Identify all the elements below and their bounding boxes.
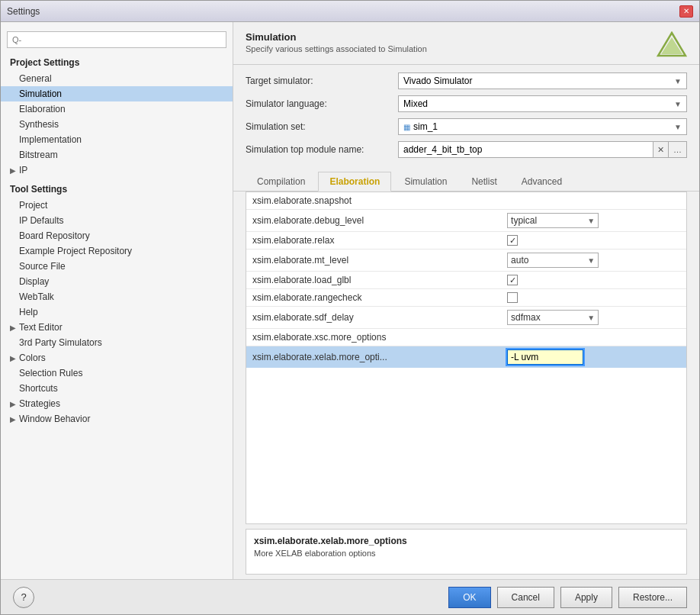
rangecheck-checkbox-cell: [507, 292, 680, 303]
table-row[interactable]: xsim.elaborate.xsc.more_options: [246, 329, 686, 346]
search-input[interactable]: [7, 31, 226, 48]
simulation-set-row: Simulation set: ▦ sim_1 ▼: [246, 118, 687, 135]
properties-table: xsim.elaborate.snapshot xsim.elaborate.d…: [246, 192, 686, 368]
rangecheck-checkbox[interactable]: [507, 292, 518, 303]
target-simulator-value: Vivado Simulator: [403, 76, 473, 86]
tab-elaboration[interactable]: Elaboration: [318, 172, 391, 192]
title-bar: Settings ✕: [1, 1, 699, 22]
sdf-delay-value: sdfmax: [511, 312, 541, 323]
load-glbl-checkbox-cell: [507, 275, 680, 285]
prop-value-rangecheck: [501, 289, 686, 307]
prop-name-debug-level: xsim.elaborate.debug_level: [246, 210, 501, 232]
table-row[interactable]: xsim.elaborate.debug_level typical ▼: [246, 210, 686, 232]
sidebar-item-source-file[interactable]: Source File: [1, 259, 233, 274]
sidebar-item-board-repository[interactable]: Board Repository: [1, 228, 233, 243]
table-row[interactable]: xsim.elaborate.relax: [246, 232, 686, 250]
table-row[interactable]: xsim.elaborate.rangecheck: [246, 289, 686, 307]
top-module-row: Simulation top module name: ✕ …: [246, 141, 687, 158]
relax-checkbox[interactable]: [507, 235, 518, 246]
tab-simulation[interactable]: Simulation: [393, 172, 458, 192]
sidebar-item-ip[interactable]: ▶ IP: [1, 163, 233, 178]
simulation-set-label: Simulation set:: [246, 121, 398, 132]
description-box: xsim.elaborate.xelab.more_options More X…: [246, 529, 687, 575]
tab-compilation[interactable]: Compilation: [246, 172, 316, 192]
sidebar-item-elaboration[interactable]: Elaboration: [1, 101, 233, 117]
sdf-delay-select[interactable]: sdfmax ▼: [507, 310, 599, 325]
sidebar-item-shortcuts[interactable]: Shortcuts: [1, 381, 233, 396]
sidebar-item-implementation[interactable]: Implementation: [1, 132, 233, 147]
sidebar-item-strategies-label: Strategies: [19, 398, 60, 409]
debug-level-select[interactable]: typical ▼: [507, 213, 599, 228]
expand-arrow-window-behavior: ▶: [10, 415, 19, 423]
sidebar-item-simulation[interactable]: Simulation: [1, 86, 233, 101]
sidebar-item-bitstream[interactable]: Bitstream: [1, 147, 233, 163]
load-glbl-checkbox[interactable]: [507, 275, 518, 285]
tab-advanced[interactable]: Advanced: [510, 172, 573, 192]
ok-button[interactable]: OK: [448, 587, 490, 608]
sidebar-item-ip-defaults[interactable]: IP Defaults: [1, 213, 233, 228]
simulator-language-label: Simulator language:: [246, 98, 398, 109]
vivado-logo-icon: [657, 31, 687, 58]
sidebar-item-text-editor[interactable]: ▶ Text Editor: [1, 320, 233, 335]
xelab-more-options-input[interactable]: [507, 349, 583, 365]
table-row-selected[interactable]: xsim.elaborate.xelab.more_opti...: [246, 346, 686, 369]
sidebar-item-synthesis[interactable]: Synthesis: [1, 117, 233, 132]
sidebar-item-webtalk[interactable]: WebTalk: [1, 289, 233, 304]
sidebar: Project Settings General Simulation Elab…: [1, 22, 233, 579]
simulator-language-row: Simulator language: Mixed ▼: [246, 95, 687, 112]
sidebar-item-example-project[interactable]: Example Project Repository: [1, 243, 233, 259]
help-button[interactable]: ?: [13, 587, 34, 608]
sidebar-item-general[interactable]: General: [1, 71, 233, 86]
table-row[interactable]: xsim.elaborate.sdf_delay sdfmax ▼: [246, 307, 686, 329]
mt-level-select[interactable]: auto ▼: [507, 253, 599, 268]
simulator-language-control: Mixed ▼: [398, 95, 687, 112]
top-module-input[interactable]: [398, 141, 653, 158]
close-button[interactable]: ✕: [679, 5, 693, 18]
table-row[interactable]: xsim.elaborate.mt_level auto ▼: [246, 250, 686, 272]
prop-name-mt-level: xsim.elaborate.mt_level: [246, 250, 501, 272]
simulation-set-control: ▦ sim_1 ▼: [398, 118, 687, 135]
restore-button[interactable]: Restore...: [618, 587, 687, 608]
prop-name-xelab-more-options: xsim.elaborate.xelab.more_opti...: [246, 346, 501, 369]
apply-button[interactable]: Apply: [560, 587, 612, 608]
sidebar-item-colors[interactable]: ▶ Colors: [1, 350, 233, 365]
sidebar-item-strategies[interactable]: ▶ Strategies: [1, 396, 233, 411]
panel-title: Simulation: [246, 31, 427, 43]
sidebar-item-project[interactable]: Project: [1, 198, 233, 213]
table-row[interactable]: xsim.elaborate.load_glbl: [246, 272, 686, 289]
browse-button[interactable]: …: [669, 141, 687, 158]
prop-value-snapshot: [501, 192, 686, 210]
expand-arrow-colors: ▶: [10, 354, 19, 362]
clear-button[interactable]: ✕: [653, 141, 669, 158]
sidebar-item-window-behavior[interactable]: ▶ Window Behavior: [1, 411, 233, 427]
tab-netlist[interactable]: Netlist: [460, 172, 508, 192]
target-simulator-control: Vivado Simulator ▼: [398, 72, 687, 89]
desc-text: More XELAB elaboration options: [254, 549, 679, 558]
sidebar-item-display[interactable]: Display: [1, 274, 233, 289]
target-simulator-label: Target simulator:: [246, 76, 398, 86]
sidebar-item-selection-rules[interactable]: Selection Rules: [1, 365, 233, 381]
prop-name-relax: xsim.elaborate.relax: [246, 232, 501, 250]
prop-name-sdf-delay: xsim.elaborate.sdf_delay: [246, 307, 501, 329]
simulator-language-select[interactable]: Mixed ▼: [398, 95, 687, 112]
debug-level-value: typical: [511, 215, 537, 226]
mt-level-arrow: ▼: [587, 256, 595, 265]
sidebar-item-help[interactable]: Help: [1, 304, 233, 320]
target-simulator-select[interactable]: Vivado Simulator ▼: [398, 72, 687, 89]
top-module-input-group: ✕ …: [398, 141, 687, 158]
simulator-language-value: Mixed: [403, 98, 428, 109]
search-box[interactable]: [7, 31, 226, 48]
table-row[interactable]: xsim.elaborate.snapshot: [246, 192, 686, 210]
target-simulator-arrow: ▼: [674, 77, 682, 85]
debug-level-arrow: ▼: [587, 217, 595, 225]
simulation-set-select[interactable]: ▦ sim_1 ▼: [398, 118, 687, 135]
prop-value-load-glbl: [501, 272, 686, 289]
simulator-language-arrow: ▼: [674, 100, 682, 108]
main-panel: Simulation Specify various settings asso…: [233, 22, 699, 579]
prop-value-xelab-more-options: [501, 346, 686, 369]
settings-form: Target simulator: Vivado Simulator ▼ Sim…: [233, 65, 699, 172]
cancel-button[interactable]: Cancel: [497, 587, 554, 608]
expand-arrow-text-editor: ▶: [10, 324, 19, 332]
window-title: Settings: [7, 6, 40, 17]
sidebar-item-3rd-party-simulators[interactable]: 3rd Party Simulators: [1, 335, 233, 350]
